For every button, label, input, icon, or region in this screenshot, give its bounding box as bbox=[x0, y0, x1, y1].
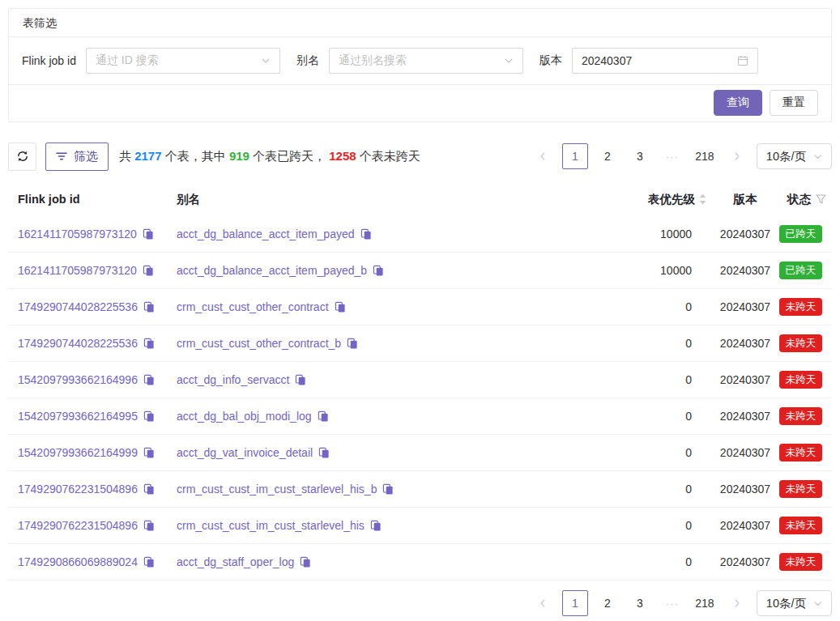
pagination: 123···218 10条/页 bbox=[530, 590, 832, 616]
job-id-link[interactable]: 1542097993662164995 bbox=[18, 410, 138, 423]
copy-icon[interactable] bbox=[143, 374, 155, 385]
filter-card: 表筛选 Flink job id 通过 ID 搜索 别名 通过别名搜索 版本 2… bbox=[8, 8, 832, 122]
page-size-select[interactable]: 10条/页 bbox=[757, 143, 832, 169]
copy-icon[interactable] bbox=[300, 556, 311, 568]
version-value: 20240307 bbox=[714, 555, 776, 568]
job-id-link[interactable]: 1621411705987973120 bbox=[18, 228, 137, 240]
page-button-3[interactable]: 3 bbox=[627, 143, 653, 169]
status-badge: 未跨天 bbox=[779, 371, 823, 389]
status-badge: 未跨天 bbox=[779, 553, 823, 571]
copy-icon[interactable] bbox=[335, 301, 346, 313]
toolbar: 筛选 共 2177 个表，其中 919 个表已跨天， 1258 个表未跨天 12… bbox=[8, 142, 832, 171]
status-badge: 未跨天 bbox=[779, 407, 823, 425]
next-page-button[interactable] bbox=[724, 590, 750, 616]
alias-link[interactable]: crm_cust_cust_im_cust_starlevel_his_b bbox=[177, 483, 377, 496]
copy-icon[interactable] bbox=[373, 265, 384, 276]
alias-search-placeholder: 通过别名搜索 bbox=[339, 53, 504, 68]
prev-page-button[interactable] bbox=[530, 143, 556, 169]
page-button-218[interactable]: 218 bbox=[692, 590, 718, 616]
page-button-1[interactable]: 1 bbox=[562, 143, 588, 169]
page-size-select[interactable]: 10条/页 bbox=[757, 590, 832, 616]
job-id-link[interactable]: 1749290866069889024 bbox=[18, 555, 138, 568]
table-row: 1621411705987973120 acct_dg_balance_acct… bbox=[8, 253, 832, 289]
table-row: 1749290744028225536 crm_cust_cust_other_… bbox=[8, 325, 832, 362]
version-date-picker[interactable]: 20240307 bbox=[572, 48, 758, 74]
version-value: 20240307 bbox=[714, 446, 776, 459]
filter-toggle-button[interactable]: 筛选 bbox=[45, 142, 109, 171]
refresh-button[interactable] bbox=[8, 142, 36, 171]
alias-link[interactable]: crm_cust_cust_other_contract bbox=[177, 300, 329, 313]
page-button-2[interactable]: 2 bbox=[595, 590, 620, 616]
page-button-218[interactable]: 218 bbox=[692, 143, 718, 169]
chevron-left-icon bbox=[539, 598, 547, 608]
priority-value: 0 bbox=[617, 410, 714, 423]
col-header-priority[interactable]: 表优先级 bbox=[617, 192, 714, 207]
chevron-right-icon bbox=[733, 151, 741, 161]
page-button-3[interactable]: 3 bbox=[627, 590, 653, 616]
total-count: 2177 bbox=[134, 149, 161, 163]
page-button-1[interactable]: 1 bbox=[562, 590, 588, 616]
copy-icon[interactable] bbox=[143, 447, 155, 458]
page-button-2[interactable]: 2 bbox=[595, 143, 620, 169]
page-size-label: 10条/页 bbox=[766, 596, 806, 611]
alias-link[interactable]: acct_dg_vat_invoice_detail bbox=[177, 446, 313, 459]
next-page-button[interactable] bbox=[724, 143, 750, 169]
copy-icon[interactable] bbox=[143, 301, 155, 313]
alias-link[interactable]: acct_dg_info_servacct bbox=[177, 373, 289, 386]
copy-icon[interactable] bbox=[382, 483, 394, 495]
page-size-label: 10条/页 bbox=[766, 149, 806, 164]
job-id-search-select[interactable]: 通过 ID 搜索 bbox=[86, 48, 280, 74]
job-id-link[interactable]: 1749290744028225536 bbox=[18, 300, 138, 313]
priority-value: 0 bbox=[617, 446, 714, 459]
copy-icon[interactable] bbox=[143, 228, 154, 240]
funnel-icon[interactable] bbox=[816, 194, 826, 204]
alias-link[interactable]: acct_dg_balance_acct_item_payed_b bbox=[177, 264, 367, 277]
version-value: 20240307 bbox=[714, 228, 776, 240]
job-id-link[interactable]: 1542097993662164996 bbox=[18, 373, 138, 386]
copy-icon[interactable] bbox=[143, 265, 154, 276]
copy-icon[interactable] bbox=[143, 520, 155, 531]
alias-filter-label: 别名 bbox=[296, 53, 319, 68]
job-id-link[interactable]: 1542097993662164999 bbox=[18, 446, 138, 459]
table-row: 1542097993662164996 acct_dg_info_servacc… bbox=[8, 362, 832, 398]
alias-link[interactable]: crm_cust_cust_other_contract_b bbox=[177, 337, 341, 350]
version-value: 20240307 bbox=[714, 483, 776, 496]
sorter-icon[interactable] bbox=[699, 194, 706, 205]
job-id-link[interactable]: 1749290762231504896 bbox=[18, 519, 138, 532]
alias-link[interactable]: acct_dg_bal_obj_modi_log bbox=[177, 410, 312, 423]
copy-icon[interactable] bbox=[143, 483, 155, 495]
copy-icon[interactable] bbox=[347, 338, 358, 349]
version-value: 20240307 bbox=[714, 373, 776, 386]
alias-search-select[interactable]: 通过别名搜索 bbox=[329, 48, 523, 74]
col-header-status: 状态 bbox=[776, 192, 832, 207]
prev-page-button[interactable] bbox=[530, 590, 556, 616]
alias-link[interactable]: crm_cust_cust_im_cust_starlevel_his bbox=[177, 519, 365, 532]
job-id-link[interactable]: 1621411705987973120 bbox=[18, 264, 137, 277]
job-id-link[interactable]: 1749290744028225536 bbox=[18, 337, 138, 350]
table-row: 1749290866069889024 acct_dg_staff_oper_l… bbox=[8, 544, 832, 581]
copy-icon[interactable] bbox=[143, 556, 155, 568]
table-row: 1621411705987973120 acct_dg_balance_acct… bbox=[8, 216, 832, 253]
filter-row: Flink job id 通过 ID 搜索 别名 通过别名搜索 版本 20240… bbox=[9, 37, 831, 85]
copy-icon[interactable] bbox=[360, 228, 372, 240]
status-badge: 已跨天 bbox=[779, 262, 823, 279]
status-badge: 未跨天 bbox=[779, 298, 823, 316]
query-button[interactable]: 查询 bbox=[714, 90, 762, 116]
copy-icon[interactable] bbox=[143, 410, 155, 422]
alias-link[interactable]: acct_dg_staff_oper_log bbox=[177, 555, 294, 568]
reset-button[interactable]: 重置 bbox=[770, 90, 818, 116]
alias-link[interactable]: acct_dg_balance_acct_item_payed bbox=[177, 228, 355, 240]
copy-icon[interactable] bbox=[318, 410, 329, 422]
calendar-icon bbox=[737, 55, 748, 66]
copy-icon[interactable] bbox=[143, 338, 155, 349]
version-value: 20240307 bbox=[714, 300, 776, 313]
job-id-link[interactable]: 1749290762231504896 bbox=[18, 483, 138, 496]
refresh-icon bbox=[16, 150, 29, 163]
status-badge: 已跨天 bbox=[779, 225, 823, 243]
chevron-down-icon bbox=[504, 56, 514, 66]
copy-icon[interactable] bbox=[295, 374, 306, 385]
version-value: 20240307 bbox=[714, 519, 776, 532]
col-header-job-id: Flink job id bbox=[8, 193, 167, 206]
copy-icon[interactable] bbox=[318, 447, 330, 458]
copy-icon[interactable] bbox=[370, 520, 382, 531]
